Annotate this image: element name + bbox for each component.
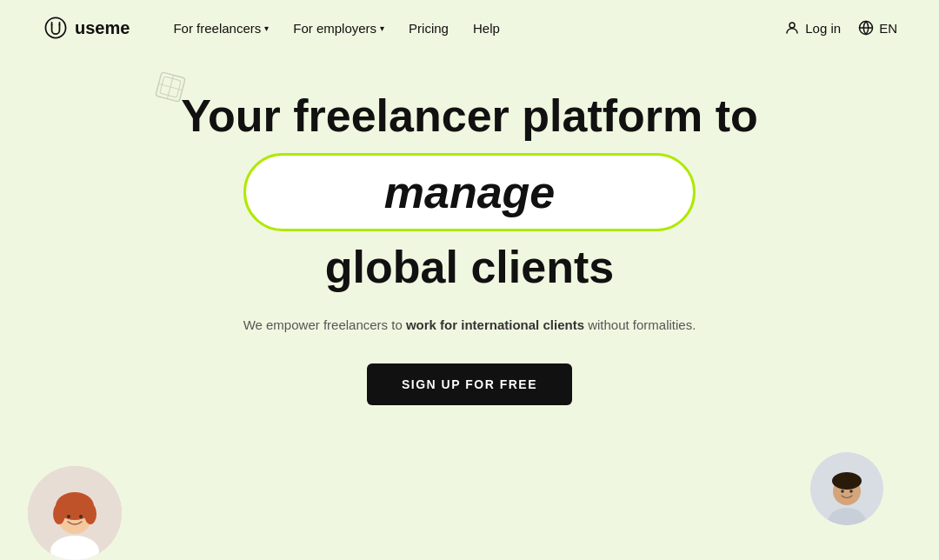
- user-icon: [784, 20, 800, 36]
- nav-link-help[interactable]: Help: [464, 14, 509, 43]
- nav-link-employers[interactable]: For employers ▾: [284, 14, 393, 43]
- language-selector[interactable]: EN: [858, 20, 897, 36]
- hero-section: Your freelancer platform to manage globa…: [0, 56, 939, 405]
- nav-links: For freelancers ▾ For employers ▾ Pricin…: [164, 14, 784, 43]
- logo-icon: [42, 14, 70, 42]
- avatar-right: [810, 452, 883, 525]
- hero-title-line3: global clients: [325, 242, 614, 294]
- svg-point-19: [849, 490, 853, 493]
- nav-link-pricing[interactable]: Pricing: [400, 14, 457, 43]
- svg-point-17: [832, 472, 862, 490]
- avatar-left: [28, 466, 122, 560]
- logo[interactable]: useme: [42, 14, 130, 42]
- logo-text: useme: [75, 18, 130, 38]
- nav-link-freelancers[interactable]: For freelancers ▾: [164, 14, 277, 43]
- globe-icon: [858, 20, 874, 36]
- hero-highlight-text: manage: [384, 166, 556, 218]
- hero-title-line1: Your freelancer platform to: [181, 90, 758, 143]
- nav-right: Log in EN: [784, 20, 897, 36]
- chevron-down-icon: ▾: [380, 23, 384, 33]
- hero-subtitle: We empower freelancers to work for inter…: [243, 315, 696, 336]
- svg-point-18: [841, 490, 844, 493]
- svg-point-13: [79, 515, 83, 518]
- chevron-down-icon: ▾: [264, 23, 269, 33]
- signup-button[interactable]: SIGN UP FOR FREE: [367, 363, 572, 405]
- svg-point-11: [84, 503, 97, 524]
- svg-point-12: [67, 515, 70, 518]
- svg-point-0: [789, 23, 795, 28]
- svg-point-10: [53, 503, 65, 524]
- navbar: useme For freelancers ▾ For employers ▾ …: [0, 0, 939, 56]
- login-button[interactable]: Log in: [784, 20, 841, 36]
- hero-highlight-box: manage: [243, 153, 696, 231]
